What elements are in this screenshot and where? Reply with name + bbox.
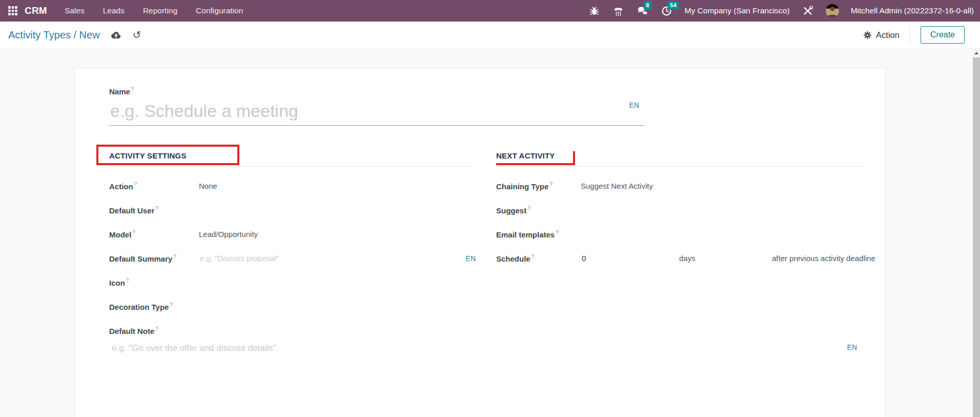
discard-undo-icon[interactable]: ↺ [133,30,141,40]
name-lang-badge[interactable]: EN [629,101,639,109]
schedule-label: Schedule? [496,254,581,263]
icon-field-row: Icon? [109,270,472,294]
debug-tools-icon[interactable] [802,5,814,17]
default-note-area: EN [109,342,886,354]
next-activity-column: NEXT ACTIVITY Chaining Type? Suggest Nex… [496,151,886,341]
icon-value[interactable] [199,276,472,289]
chaining-type-label: Chaining Type? [496,182,581,191]
schedule-delay-from-select[interactable]: after previous activity deadline [772,254,886,263]
schedule-field-row: Schedule? days after previous activity d… [496,246,886,270]
default-note-field-row: Default Note? [109,321,472,341]
help-marker: ? [155,326,158,332]
scrollbar-up-arrow-icon[interactable] [973,49,980,57]
default-summary-input[interactable] [199,253,466,263]
action-field-row: Action? None [109,174,472,198]
apps-menu-icon[interactable] [8,6,17,15]
suggest-field-row: Suggest? [496,198,886,222]
messages-count-badge[interactable]: 8 [644,1,651,10]
action-value[interactable]: None [199,182,217,190]
app-brand[interactable]: CRM [25,5,47,16]
schedule-unit-select[interactable]: days [679,254,772,263]
activity-settings-section-header: ACTIVITY SETTINGS [109,151,472,167]
control-panel: Activity Types / New ↺ [0,22,980,49]
voip-phone-icon[interactable] [612,5,625,17]
bug-icon[interactable] [588,5,601,17]
next-activity-section-header: NEXT ACTIVITY [496,151,864,167]
model-value[interactable]: Lead/Opportunity [199,230,258,239]
default-note-input[interactable] [109,342,886,354]
form-card: Name? EN ACTIVITY SETTINGS Action? None … [74,68,886,417]
help-marker: ? [556,230,559,235]
help-marker: ? [173,254,176,260]
top-navbar: CRM Sales Leads Reporting Configuration [0,0,980,22]
schedule-number-input[interactable] [581,253,679,263]
messages-icon[interactable]: 8 [637,5,649,17]
model-field-row: Model? Lead/Opportunity [109,222,472,246]
help-marker: ? [134,182,137,187]
help-marker: ? [132,230,135,235]
decoration-type-value[interactable] [199,301,472,313]
main-content: Name? EN ACTIVITY SETTINGS Action? None … [0,49,980,417]
help-marker: ? [532,254,535,260]
email-templates-field-row: Email templates? [496,222,886,246]
suggest-label: Suggest? [496,206,581,215]
gear-icon [863,31,872,39]
decoration-type-field-row: Decoration Type? [109,294,472,319]
help-marker: ? [527,206,530,211]
scrollbar-thumb[interactable] [973,57,980,417]
suggest-value[interactable] [581,204,886,216]
activities-count-badge[interactable]: 54 [668,1,679,10]
user-avatar[interactable] [826,4,839,17]
activities-clock-icon[interactable]: 54 [661,5,673,17]
company-switcher[interactable]: My Company (San Francisco) [685,6,790,15]
divider [910,25,910,45]
default-user-value[interactable] [199,204,472,216]
decoration-type-label: Decoration Type? [109,302,199,311]
default-note-label: Default Note? [109,326,158,335]
vertical-scrollbar[interactable] [973,49,980,417]
name-input[interactable] [109,101,645,126]
icon-label: Icon? [109,278,199,287]
default-user-field-row: Default User? [109,198,472,222]
model-label: Model? [109,230,199,239]
chaining-type-field-row: Chaining Type? Suggest Next Activity [496,174,886,198]
help-marker: ? [131,87,134,92]
help-marker: ? [126,278,129,284]
menu-reporting[interactable]: Reporting [143,6,177,15]
main-menu: Sales Leads Reporting Configuration [65,6,243,15]
default-note-lang-badge[interactable]: EN [847,343,857,351]
save-cloud-icon[interactable] [111,31,121,39]
action-menu-button[interactable]: Action [863,30,900,40]
action-label: Action? [109,182,199,191]
default-summary-field-row: Default Summary? EN [109,246,472,270]
default-summary-lang-badge[interactable]: EN [466,254,476,263]
activity-settings-title: ACTIVITY SETTINGS [109,151,187,160]
chaining-type-value[interactable]: Suggest Next Activity [581,182,653,190]
help-marker: ? [155,206,158,211]
action-menu-label: Action [876,30,900,40]
help-marker: ? [170,302,173,308]
user-menu[interactable]: Mitchell Admin (20222372-16-0-all) [851,6,974,15]
navbar-systray: 8 54 My Company (San Francisco) [588,4,976,17]
next-activity-title: NEXT ACTIVITY [496,151,555,160]
menu-configuration[interactable]: Configuration [196,6,243,15]
help-marker: ? [549,182,553,187]
breadcrumb[interactable]: Activity Types / New [8,29,100,41]
default-user-label: Default User? [109,206,199,215]
email-templates-label: Email templates? [496,230,581,239]
name-field-label: Name? [109,87,885,96]
default-summary-label: Default Summary? [109,254,199,263]
activity-settings-column: ACTIVITY SETTINGS Action? None Default U… [109,151,472,341]
menu-sales[interactable]: Sales [65,6,85,15]
email-templates-value[interactable] [581,228,886,241]
create-button[interactable]: Create [921,26,965,44]
menu-leads[interactable]: Leads [103,6,125,15]
